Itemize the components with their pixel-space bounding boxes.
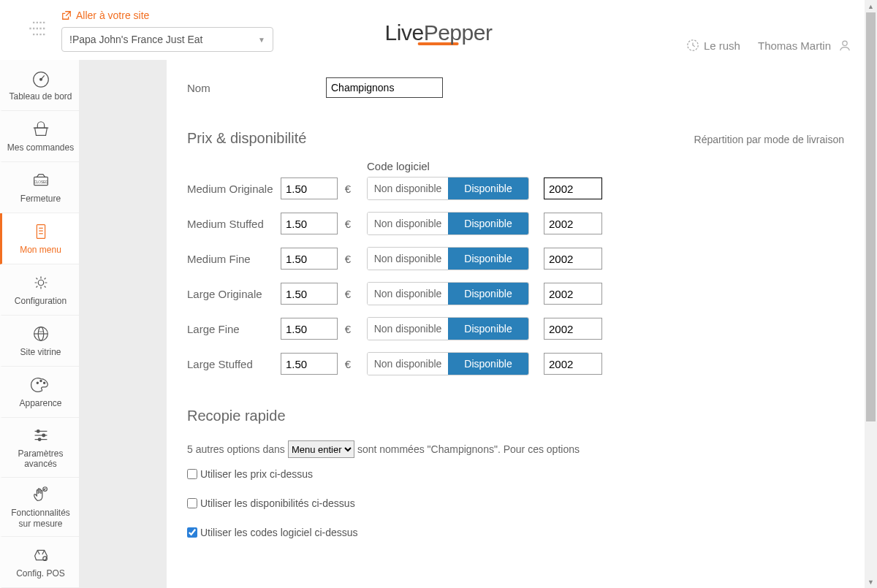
price-row: Medium Stuffed€Non disponibleDisponible [187,212,844,235]
price-input[interactable] [281,353,338,375]
code-input[interactable] [544,318,602,340]
dashboard-icon [30,68,52,88]
code-input[interactable] [544,248,602,270]
available-option[interactable]: Disponible [448,213,528,234]
available-option[interactable]: Disponible [448,353,528,375]
price-input[interactable] [281,318,338,340]
sidebar-item-label: Tableau de bord [9,91,72,102]
name-label: Nom [187,82,326,94]
available-option[interactable]: Disponible [448,318,528,340]
unavailable-option[interactable]: Non disponible [368,177,448,199]
svg-point-6 [39,79,42,81]
price-row: Large Fine€Non disponibleDisponible [187,317,844,340]
price-row: Large Stuffed€Non disponibleDisponible [187,352,844,375]
svg-point-27 [38,438,41,441]
variant-name: Large Stuffed [187,358,281,370]
go-to-site-link[interactable]: Aller à votre site [61,9,273,21]
availability-toggle[interactable]: Non disponibleDisponible [367,317,529,340]
currency-label: € [339,323,352,335]
svg-point-21 [43,382,45,383]
site-selector[interactable]: !Papa John's France Just Eat ▼ [61,27,273,52]
rush-button[interactable]: Le rush [686,39,740,52]
site-selector-value: !Papa John's France Just Eat [69,34,202,45]
rush-label: Le rush [704,39,740,52]
availability-toggle[interactable]: Non disponibleDisponible [367,282,529,305]
sidebar-item-dashboard[interactable]: Tableau de bord [0,60,79,111]
svg-point-25 [37,429,39,432]
pos-icon [30,545,52,565]
available-option[interactable]: Disponible [448,283,528,305]
sidebar-item-label: Fermeture [20,194,61,204]
currency-label: € [339,218,352,230]
code-input[interactable] [544,283,602,305]
availability-toggle[interactable]: Non disponibleDisponible [367,352,529,375]
menu-icon [30,221,52,242]
sidebar-item-pos[interactable]: Config. POS [0,537,79,588]
breakdown-link[interactable]: Répartition par mode de livraison [694,134,844,145]
palette-icon [30,375,52,395]
price-input[interactable] [281,177,338,199]
sidebar: Tableau de bordMes commandesCLOSEDFermet… [0,60,79,588]
variant-name: Large Originale [187,288,281,300]
svg-text:CLOSED: CLOSED [34,180,48,184]
vertical-scrollbar[interactable]: ▲ ▼ [865,0,877,588]
svg-point-26 [42,434,45,437]
price-row: Medium Originale€Non disponibleDisponibl… [187,177,844,200]
scrollbar-thumb[interactable] [866,12,876,421]
sidebar-item-basket[interactable]: Mes commandes [0,111,79,162]
user-menu[interactable]: Thomas Martin [758,39,851,52]
price-input[interactable] [281,283,338,305]
variant-name: Large Fine [187,323,281,335]
price-row: Medium Fine€Non disponibleDisponible [187,247,844,270]
scroll-up-arrow[interactable]: ▲ [865,0,877,12]
sidebar-item-sliders[interactable]: Paramètres avancés [0,418,79,478]
sidebar-item-gear[interactable]: Configuration [0,264,79,316]
sidebar-item-label: Mon menu [20,245,61,255]
price-input[interactable] [281,213,338,234]
unavailable-option[interactable]: Non disponible [368,353,448,375]
pricing-title: Prix & disponibilité [187,130,306,147]
quick-copy-scope-select[interactable]: Menu entier [288,440,354,458]
code-input[interactable] [544,177,602,199]
sidebar-item-label: Paramètres avancés [5,448,76,470]
available-option[interactable]: Disponible [448,248,528,270]
sidebar-item-hand[interactable]: Fonctionnalités sur mesure [0,478,79,538]
currency-label: € [339,358,352,370]
svg-rect-10 [37,225,45,239]
code-input[interactable] [544,213,602,234]
available-option[interactable]: Disponible [448,177,528,199]
user-name: Thomas Martin [758,39,831,52]
unavailable-option[interactable]: Non disponible [368,318,448,340]
sidebar-item-label: Apparence [19,398,61,408]
availability-toggle[interactable]: Non disponibleDisponible [367,177,529,200]
external-link-icon [61,10,72,20]
svg-point-4 [843,41,847,45]
variant-name: Medium Stuffed [187,218,281,230]
sidebar-item-label: Config. POS [16,568,65,579]
sidebar-item-globe[interactable]: wwwSite vitrine [0,316,79,367]
chevron-down-icon: ▼ [258,36,265,44]
use-codes-checkbox[interactable]: Utiliser les codes logiciel ci-dessus [187,527,844,538]
code-input[interactable] [544,353,602,375]
logo: LivePepper [385,20,493,45]
variant-name: Medium Fine [187,253,281,265]
price-input[interactable] [281,248,338,270]
currency-label: € [339,288,352,300]
sidebar-item-label: Site vitrine [20,347,61,357]
use-availability-checkbox[interactable]: Utiliser les disponibilités ci-dessus [187,497,844,509]
availability-toggle[interactable]: Non disponibleDisponible [367,212,529,235]
sidebar-item-palette[interactable]: Apparence [0,367,79,418]
go-to-site-label: Aller à votre site [76,9,149,21]
availability-toggle[interactable]: Non disponibleDisponible [367,247,529,270]
unavailable-option[interactable]: Non disponible [368,248,448,270]
unavailable-option[interactable]: Non disponible [368,283,448,305]
sidebar-item-menu[interactable]: Mon menu [0,213,79,264]
hamburger-icon[interactable] [28,20,48,40]
unavailable-option[interactable]: Non disponible [368,213,448,234]
scroll-down-arrow[interactable]: ▼ [865,576,877,588]
currency-label: € [339,253,352,265]
quick-copy-suffix: sont nommées "Champignons". Pour ces opt… [357,443,580,455]
name-input[interactable] [326,77,443,98]
sidebar-item-closed[interactable]: CLOSEDFermeture [0,162,79,213]
use-prices-checkbox[interactable]: Utiliser les prix ci-dessus [187,468,844,480]
